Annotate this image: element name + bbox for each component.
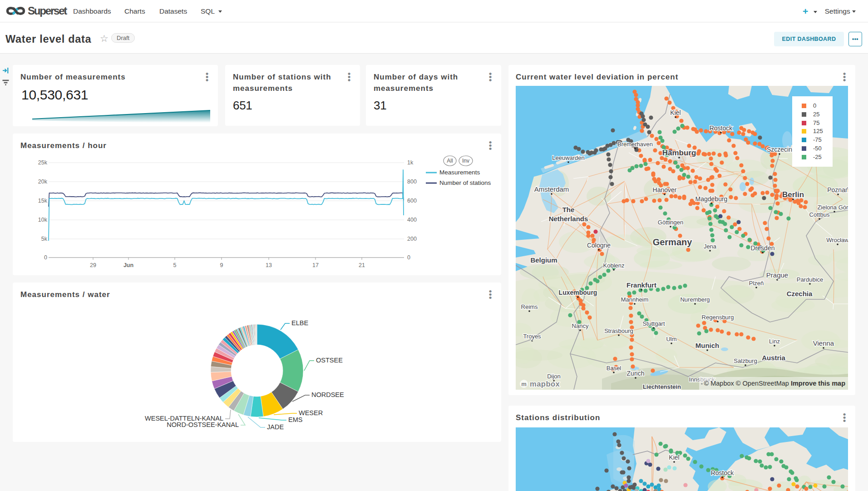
svg-text:Jun: Jun bbox=[123, 262, 133, 268]
svg-text:Poznań: Poznań bbox=[827, 186, 848, 193]
svg-text:0: 0 bbox=[407, 254, 410, 261]
svg-text:Munich: Munich bbox=[695, 342, 720, 349]
svg-text:OSTSEE: OSTSEE bbox=[316, 357, 343, 364]
svg-text:Plzeň: Plzeň bbox=[749, 280, 764, 287]
svg-text:1k: 1k bbox=[407, 159, 414, 166]
svg-text:0: 0 bbox=[813, 102, 816, 109]
svg-text:Amsterdam: Amsterdam bbox=[534, 185, 569, 193]
svg-text:Jena: Jena bbox=[704, 243, 717, 250]
svg-text:0: 0 bbox=[44, 254, 47, 261]
svg-text:Berlin: Berlin bbox=[782, 190, 804, 199]
svg-text:Austria: Austria bbox=[762, 354, 785, 362]
svg-text:Kiel: Kiel bbox=[669, 454, 679, 461]
svg-text:Dijon: Dijon bbox=[547, 373, 561, 380]
svg-text:NORD-OSTSEE-KANAL: NORD-OSTSEE-KANAL bbox=[167, 421, 239, 428]
svg-text:Magdeburg: Magdeburg bbox=[695, 195, 728, 203]
svg-text:Koblenz: Koblenz bbox=[603, 262, 625, 269]
svg-text:Basel: Basel bbox=[607, 365, 621, 372]
svg-text:125: 125 bbox=[813, 128, 823, 134]
svg-text:Zielona Góra: Zielona Góra bbox=[817, 204, 848, 211]
svg-text:Rostock: Rostock bbox=[710, 124, 733, 132]
svg-text:Cottbus: Cottbus bbox=[809, 211, 830, 218]
svg-text:Nuremberg: Nuremberg bbox=[680, 296, 710, 303]
svg-text:Szczecin: Szczecin bbox=[767, 146, 792, 153]
svg-text:ELBE: ELBE bbox=[291, 319, 308, 327]
svg-text:800: 800 bbox=[407, 179, 417, 185]
svg-text:WESEL-DATTELN-KANAL: WESEL-DATTELN-KANAL bbox=[145, 415, 223, 422]
svg-text:15k: 15k bbox=[38, 198, 48, 204]
svg-text:Frankfurt: Frankfurt bbox=[626, 281, 656, 289]
svg-text:Number of stations: Number of stations bbox=[439, 179, 491, 186]
svg-text:Czechia: Czechia bbox=[787, 290, 813, 298]
svg-text:Pardubice: Pardubice bbox=[797, 276, 824, 283]
svg-text:Zurich: Zurich bbox=[627, 370, 645, 377]
svg-text:Leeuwarden: Leeuwarden bbox=[552, 154, 585, 161]
svg-text:25: 25 bbox=[813, 111, 819, 118]
svg-text:29: 29 bbox=[90, 262, 96, 268]
svg-text:5: 5 bbox=[173, 262, 177, 268]
svg-text:-75: -75 bbox=[813, 136, 822, 143]
svg-text:All: All bbox=[447, 158, 453, 164]
svg-text:Göttingen: Göttingen bbox=[658, 219, 683, 226]
svg-text:20k: 20k bbox=[38, 179, 48, 185]
svg-text:Rostock: Rostock bbox=[711, 469, 735, 476]
svg-text:Wrocław: Wrocław bbox=[826, 237, 848, 243]
svg-text:Inv: Inv bbox=[462, 158, 469, 164]
svg-text:Netherlands: Netherlands bbox=[549, 215, 588, 223]
svg-text:WESER: WESER bbox=[299, 409, 323, 417]
svg-text:600: 600 bbox=[407, 198, 417, 204]
svg-text:Salzburg: Salzburg bbox=[734, 357, 757, 364]
svg-text:400: 400 bbox=[407, 217, 417, 223]
svg-text:Kiel: Kiel bbox=[670, 109, 681, 116]
svg-text:The: The bbox=[562, 206, 575, 213]
svg-text:NORDSEE: NORDSEE bbox=[311, 391, 344, 398]
svg-text:JADE: JADE bbox=[267, 423, 284, 431]
svg-text:75: 75 bbox=[813, 119, 819, 126]
svg-text:Stuttgart: Stuttgart bbox=[642, 320, 665, 327]
svg-text:Vienna: Vienna bbox=[813, 339, 834, 347]
svg-text:Hamburg: Hamburg bbox=[662, 149, 696, 157]
svg-text:Belgium: Belgium bbox=[530, 256, 557, 264]
svg-text:10k: 10k bbox=[38, 217, 48, 223]
svg-text:Cologne: Cologne bbox=[587, 242, 611, 249]
svg-text:Nancy: Nancy bbox=[572, 322, 589, 329]
svg-text:Measurements: Measurements bbox=[439, 169, 480, 176]
svg-text:-25: -25 bbox=[813, 154, 822, 160]
svg-text:Reims: Reims bbox=[521, 303, 538, 310]
svg-text:200: 200 bbox=[407, 236, 417, 242]
svg-text:Hanover: Hanover bbox=[653, 186, 677, 193]
svg-text:Regensburg: Regensburg bbox=[702, 314, 734, 321]
svg-text:25k: 25k bbox=[38, 159, 48, 166]
svg-text:mapbox: mapbox bbox=[530, 380, 560, 388]
svg-text:Mannheim: Mannheim bbox=[621, 296, 649, 303]
svg-text:Germany: Germany bbox=[653, 237, 693, 247]
svg-text:Troyes: Troyes bbox=[523, 333, 541, 340]
svg-text:m: m bbox=[521, 381, 527, 387]
svg-text:Luxembourg: Luxembourg bbox=[559, 289, 597, 296]
svg-text:21: 21 bbox=[359, 262, 365, 268]
svg-text:17: 17 bbox=[312, 262, 319, 268]
svg-text:13: 13 bbox=[266, 262, 272, 268]
svg-text:5k: 5k bbox=[41, 236, 48, 242]
svg-text:Linz: Linz bbox=[769, 338, 780, 345]
svg-text:Ulm: Ulm bbox=[666, 336, 676, 342]
svg-text:© Mapbox © OpenStreetMap Impro: © Mapbox © OpenStreetMap Improve this ma… bbox=[704, 380, 846, 387]
svg-text:EMS: EMS bbox=[288, 416, 302, 423]
svg-text:Prague: Prague bbox=[766, 271, 788, 279]
svg-text:Dresden: Dresden bbox=[751, 244, 775, 252]
svg-text:Strasbourg: Strasbourg bbox=[604, 327, 633, 334]
svg-text:Liechtenstein: Liechtenstein bbox=[643, 383, 681, 390]
svg-text:-50: -50 bbox=[813, 145, 822, 152]
svg-text:9: 9 bbox=[220, 262, 223, 268]
svg-text:Bremerhaven: Bremerhaven bbox=[617, 141, 653, 148]
